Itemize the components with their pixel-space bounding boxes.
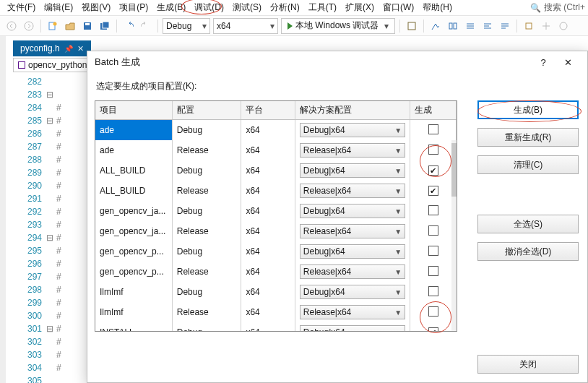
menu-item[interactable]: 工具(T) bbox=[304, 1, 341, 14]
table-row[interactable]: gen_opencv_ja...Debugx64Debug|x64▼ bbox=[95, 201, 457, 221]
toolbar-icon-a[interactable] bbox=[405, 19, 419, 33]
toolbar-icon-f[interactable] bbox=[498, 19, 512, 33]
table-row[interactable]: adeDebugx64Debug|x64▼ bbox=[95, 120, 457, 141]
menu-item[interactable]: 测试(S) bbox=[228, 1, 266, 14]
table-row[interactable]: ALL_BUILDReleasex64Release|x64▼✔ bbox=[95, 181, 457, 201]
menu-item[interactable]: 调试(D) bbox=[190, 1, 228, 14]
cell-solution-config[interactable]: Debug|x64▼ bbox=[295, 120, 410, 141]
tab-opencv-python[interactable]: opencv_python bbox=[13, 58, 92, 72]
toolbar-icon-i[interactable] bbox=[556, 19, 571, 33]
cell-build-check[interactable] bbox=[410, 140, 457, 160]
cell-build-check[interactable] bbox=[410, 201, 457, 221]
menu-item[interactable]: 生成(B) bbox=[152, 1, 190, 14]
checkbox[interactable] bbox=[428, 246, 438, 256]
cell-build-check[interactable] bbox=[410, 120, 457, 141]
table-row[interactable]: IlmImfDebugx64Debug|x64▼ bbox=[95, 282, 457, 302]
save-icon[interactable] bbox=[80, 19, 95, 33]
column-header[interactable]: 平台 bbox=[241, 101, 295, 120]
cell-solution-config[interactable]: Debug|x64▼ bbox=[295, 322, 410, 332]
column-header[interactable]: 项目 bbox=[95, 101, 172, 120]
cell-build-check[interactable] bbox=[410, 302, 457, 322]
cell-build-check[interactable] bbox=[410, 282, 457, 302]
column-header[interactable]: 生成 bbox=[410, 101, 457, 120]
cell-project: IlmImf bbox=[95, 282, 172, 302]
menu-item[interactable]: 帮助(H) bbox=[418, 1, 457, 14]
pin-icon[interactable]: 📌 bbox=[64, 45, 73, 53]
cell-build-check[interactable]: ✔ bbox=[410, 322, 457, 332]
close-icon[interactable]: ✕ bbox=[77, 44, 84, 53]
close-icon[interactable]: ✕ bbox=[555, 57, 580, 68]
config-dropdown[interactable]: Debug▾ bbox=[163, 18, 210, 34]
cell-solution-config[interactable]: Release|x64▼ bbox=[295, 262, 410, 282]
cell-solution-config[interactable]: Debug|x64▼ bbox=[295, 201, 410, 221]
cell-build-check[interactable] bbox=[410, 221, 457, 241]
table-row[interactable]: gen_opencv_p...Debugx64Debug|x64▼ bbox=[95, 241, 457, 262]
toolbar-icon-e[interactable] bbox=[480, 19, 495, 33]
platform-dropdown[interactable]: x64▾ bbox=[213, 18, 278, 34]
checkbox[interactable] bbox=[428, 266, 438, 276]
search-box[interactable]: 🔍 搜索 (Ctrl+ bbox=[530, 1, 585, 14]
start-debug-button[interactable]: 本地 Windows 调试器▾ bbox=[281, 18, 395, 34]
open-icon[interactable] bbox=[63, 19, 77, 33]
rebuild-button[interactable]: 重新生成(R) bbox=[477, 128, 579, 147]
config-grid[interactable]: 项目配置平台解决方案配置生成 adeDebugx64Debug|x64▼adeR… bbox=[95, 100, 457, 332]
undo-icon[interactable] bbox=[121, 19, 136, 33]
menu-item[interactable]: 窗口(W) bbox=[379, 1, 418, 14]
checkbox[interactable] bbox=[428, 124, 438, 134]
checkbox[interactable] bbox=[428, 286, 438, 296]
cell-solution-config[interactable]: Release|x64▼ bbox=[295, 221, 410, 241]
table-row[interactable]: gen_opencv_ja...Releasex64Release|x64▼ bbox=[95, 221, 457, 241]
table-row[interactable]: ALL_BUILDDebugx64Debug|x64▼✔ bbox=[95, 160, 457, 181]
redo-icon[interactable] bbox=[139, 19, 153, 33]
toolbar-icon-d[interactable] bbox=[463, 19, 477, 33]
menu-item[interactable]: 项目(P) bbox=[115, 1, 152, 14]
checkbox[interactable] bbox=[428, 225, 438, 236]
checkbox[interactable] bbox=[428, 205, 438, 215]
checkbox[interactable]: ✔ bbox=[428, 186, 438, 196]
forward-icon[interactable] bbox=[22, 19, 36, 33]
clean-button[interactable]: 清理(C) bbox=[477, 155, 579, 174]
cell-solution-config[interactable]: Debug|x64▼ bbox=[295, 160, 410, 181]
deselect-all-button[interactable]: 撤消全选(D) bbox=[477, 242, 579, 261]
cell-solution-config[interactable]: Release|x64▼ bbox=[295, 140, 410, 160]
menu-item[interactable]: 分析(N) bbox=[266, 1, 304, 14]
cell-build-check[interactable] bbox=[410, 241, 457, 262]
help-button[interactable]: ? bbox=[531, 57, 555, 68]
cell-build-check[interactable]: ✔ bbox=[410, 181, 457, 201]
close-button[interactable]: 关闭 bbox=[477, 355, 579, 374]
select-all-button[interactable]: 全选(S) bbox=[477, 215, 579, 233]
toolbar-icon-g[interactable] bbox=[522, 19, 536, 33]
table-row[interactable]: adeReleasex64Release|x64▼ bbox=[95, 140, 457, 160]
menu-item[interactable]: 视图(V) bbox=[77, 1, 115, 14]
save-all-icon[interactable] bbox=[98, 19, 112, 33]
new-icon[interactable] bbox=[46, 19, 60, 33]
build-button[interactable]: 生成(B) bbox=[477, 100, 579, 119]
cell-solution-config[interactable]: Debug|x64▼ bbox=[295, 241, 410, 262]
cell-solution-config[interactable]: Debug|x64▼ bbox=[295, 282, 410, 302]
cell-config: Debug bbox=[172, 241, 241, 262]
checkbox[interactable]: ✔ bbox=[428, 165, 438, 176]
checkbox[interactable] bbox=[428, 145, 438, 155]
checkbox[interactable] bbox=[428, 306, 438, 317]
cell-config: Release bbox=[172, 140, 241, 160]
table-row[interactable]: gen_opencv_p...Releasex64Release|x64▼ bbox=[95, 262, 457, 282]
grid-scrollbar[interactable] bbox=[451, 140, 457, 331]
cell-platform: x64 bbox=[241, 120, 295, 141]
toolbar-icon-c[interactable] bbox=[446, 19, 460, 33]
cell-solution-config[interactable]: Release|x64▼ bbox=[295, 181, 410, 201]
toolbar-icon-b[interactable] bbox=[428, 19, 443, 33]
menu-item[interactable]: 编辑(E) bbox=[40, 1, 77, 14]
cell-build-check[interactable] bbox=[410, 262, 457, 282]
menu-item[interactable]: 扩展(X) bbox=[341, 1, 379, 14]
cell-solution-config[interactable]: Release|x64▼ bbox=[295, 302, 410, 322]
column-header[interactable]: 配置 bbox=[172, 101, 241, 120]
cell-build-check[interactable]: ✔ bbox=[410, 160, 457, 181]
table-row[interactable]: INSTALLDebugx64Debug|x64▼✔ bbox=[95, 322, 457, 332]
menu-item[interactable]: 文件(F) bbox=[3, 1, 40, 14]
column-header[interactable]: 解决方案配置 bbox=[295, 101, 410, 120]
back-icon[interactable] bbox=[4, 19, 19, 33]
table-row[interactable]: IlmImfReleasex64Release|x64▼ bbox=[95, 302, 457, 322]
checkbox[interactable]: ✔ bbox=[428, 327, 438, 332]
toolbar-icon-h[interactable] bbox=[539, 19, 553, 33]
tab-pyconfig[interactable]: pyconfig.h 📌 ✕ bbox=[13, 40, 91, 56]
